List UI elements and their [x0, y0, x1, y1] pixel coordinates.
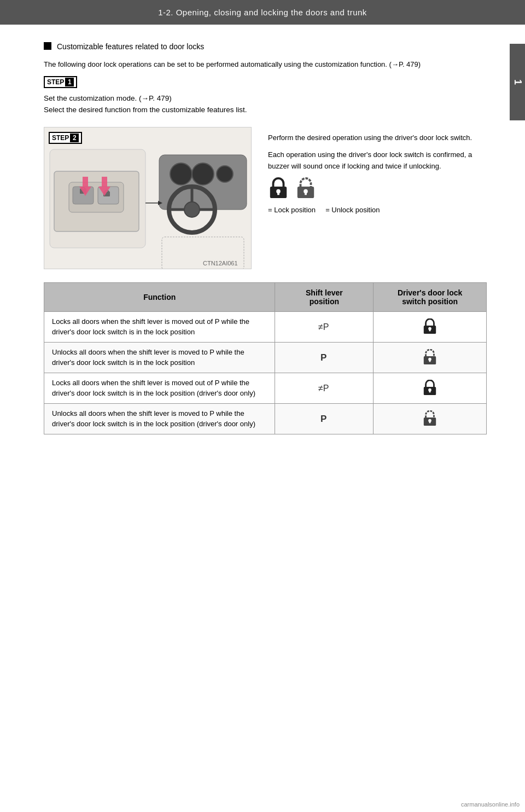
table-row: Locks all doors when the shift lever is …	[44, 373, 487, 403]
table-cell-shift: ≠P	[275, 373, 374, 403]
svg-text:CTN12AI061: CTN12AI061	[203, 260, 238, 266]
step2-section: STEP 2	[44, 127, 487, 269]
step2-image-col: STEP 2	[44, 127, 252, 269]
lock-icon-locked	[422, 318, 438, 334]
features-table: Function Shift leverposition Driver's do…	[44, 282, 487, 434]
lock-icon-unlocked-4	[422, 410, 438, 426]
svg-text:≠P: ≠P	[318, 322, 329, 332]
table-header-shift: Shift leverposition	[275, 282, 374, 311]
table-cell-shift: P	[275, 403, 374, 434]
intro-text: The following door lock operations can b…	[44, 59, 487, 71]
table-cell-lock-icon	[374, 342, 487, 373]
svg-text:≠P: ≠P	[318, 384, 329, 393]
lock-open-icon	[295, 177, 316, 198]
table-cell-function: Unlocks all doors when the shift lever i…	[44, 342, 275, 373]
svg-point-17	[192, 163, 214, 185]
svg-point-18	[217, 166, 233, 182]
table-cell-function: Locks all doors when the shift lever is …	[44, 373, 275, 403]
table-cell-shift: P	[275, 342, 374, 373]
shift-P-icon: P	[316, 349, 332, 365]
shift-P-icon2: P	[316, 410, 332, 426]
svg-rect-32	[429, 329, 431, 332]
step2-body-text: Perform the desired operation using the …	[268, 132, 487, 144]
svg-rect-44	[429, 421, 431, 424]
svg-rect-25	[277, 192, 279, 195]
table-cell-lock-icon	[374, 373, 487, 403]
lock-icons-row	[268, 177, 487, 198]
step2-text-col: Perform the desired operation using the …	[268, 127, 487, 222]
svg-text:P: P	[320, 352, 326, 363]
lock-icon-unlocked-2	[422, 349, 438, 364]
table-header-function: Function	[44, 282, 275, 311]
table-cell-lock-icon	[374, 311, 487, 342]
table-cell-function: Unlocks all doors when the shift lever i…	[44, 403, 275, 434]
table-row: Unlocks all doors when the shift lever i…	[44, 342, 487, 373]
svg-point-12	[184, 202, 200, 217]
shift-not-P-icon2: ≠P	[316, 379, 332, 396]
lock-icon-locked-3	[422, 380, 438, 395]
svg-rect-36	[429, 359, 431, 362]
watermark-text: carmanualsonline.info	[461, 801, 520, 808]
svg-text:P: P	[320, 414, 326, 424]
svg-point-16	[170, 163, 192, 185]
lock-closed-icon	[268, 177, 289, 198]
footer-watermark: carmanualsonline.info	[461, 801, 520, 808]
table-row: Locks all doors when the shift lever is …	[44, 311, 487, 342]
main-content: Customizable features related to door lo…	[0, 25, 525, 451]
shift-not-P-icon: ≠P	[316, 318, 332, 334]
car-illustration: CTN12AI061	[44, 127, 252, 269]
table-row: Unlocks all doors when the shift lever i…	[44, 403, 487, 434]
page-header: 1-2. Opening, closing and locking the do…	[0, 0, 525, 25]
car-image-box: STEP 2	[44, 127, 252, 269]
table-cell-function: Locks all doors when the shift lever is …	[44, 311, 275, 342]
section-title: Customizable features related to door lo…	[57, 41, 204, 53]
section-title-block: Customizable features related to door lo…	[44, 41, 487, 53]
svg-rect-28	[305, 192, 307, 195]
table-cell-shift: ≠P	[275, 311, 374, 342]
table-header-switch: Driver's door lockswitch position	[374, 282, 487, 311]
step1-text: Set the customization mode. (→P. 479) Se…	[44, 92, 487, 116]
table-cell-lock-icon	[374, 403, 487, 434]
step2-body-text2: Each operation using the driver's door l…	[268, 149, 487, 172]
section-bullet	[44, 42, 51, 50]
switch-positions-label: = Lock position = Unlock position	[268, 205, 487, 216]
step2-badge: STEP 2	[49, 132, 82, 148]
step1-badge: STEP 1	[44, 76, 77, 88]
header-title: 1-2. Opening, closing and locking the do…	[158, 8, 367, 17]
svg-rect-40	[429, 390, 431, 393]
